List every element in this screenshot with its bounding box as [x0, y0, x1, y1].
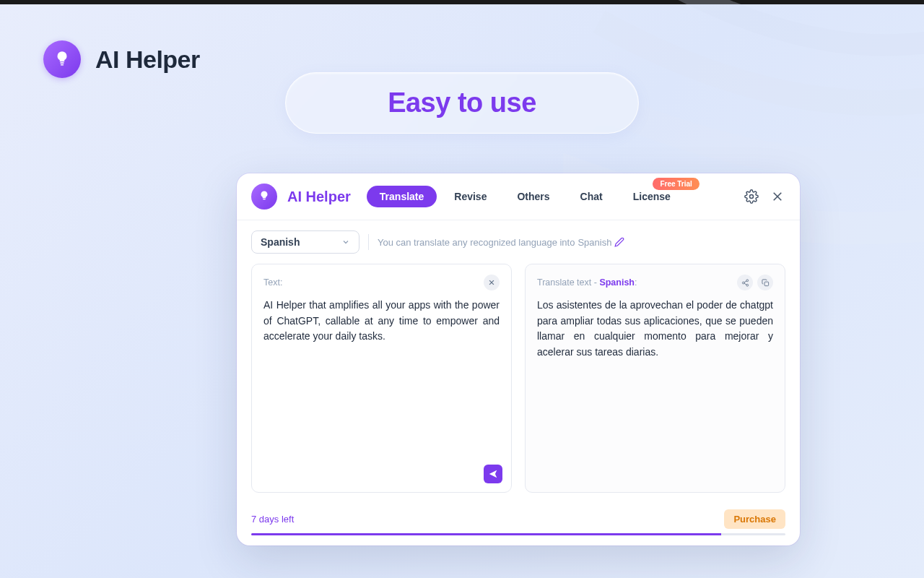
- settings-icon[interactable]: [744, 189, 759, 204]
- page-logo-icon: [43, 40, 81, 78]
- pencil-icon[interactable]: [614, 237, 624, 247]
- copy-button[interactable]: [757, 275, 773, 290]
- output-pane-label: Translate text - Spanish:: [537, 277, 637, 288]
- purchase-button[interactable]: Purchase: [724, 509, 785, 529]
- svg-rect-0: [60, 62, 64, 64]
- source-pane-label: Text:: [263, 277, 282, 288]
- trial-progress: [251, 533, 785, 535]
- app-title: AI Helper: [287, 189, 351, 205]
- tab-label: License: [633, 191, 671, 202]
- clear-input-button[interactable]: [484, 275, 500, 290]
- source-pane: Text: AI Helper that amplifies all your …: [251, 264, 512, 493]
- tagline-pill: Easy to use: [285, 72, 639, 134]
- footer: 7 days left Purchase: [237, 501, 800, 529]
- source-text[interactable]: AI Helper that amplifies all your apps w…: [263, 298, 500, 345]
- close-icon[interactable]: [770, 189, 785, 204]
- trial-progress-fill: [251, 533, 721, 535]
- tab-revise[interactable]: Revise: [441, 186, 500, 207]
- app-window: AI Helper Translate Revise Others Chat L…: [237, 173, 800, 545]
- language-select[interactable]: Spanish: [251, 230, 359, 254]
- tagline-text: Easy to use: [388, 87, 536, 118]
- svg-line-12: [744, 283, 746, 285]
- svg-point-3: [750, 195, 754, 199]
- toolbar-hint: You can translate any recognized languag…: [378, 237, 624, 248]
- tab-bar: Translate Revise Others Chat License Fre…: [367, 186, 684, 207]
- svg-rect-13: [764, 282, 769, 286]
- output-pane: Translate text - Spanish: Los asistentes…: [525, 264, 785, 493]
- app-header: AI Helper Translate Revise Others Chat L…: [237, 173, 800, 220]
- tab-translate[interactable]: Translate: [367, 186, 437, 207]
- svg-rect-2: [263, 199, 266, 199]
- output-text: Los asistentes de la aprovechan el poder…: [537, 298, 773, 361]
- share-button[interactable]: [737, 275, 753, 290]
- svg-point-10: [746, 284, 748, 286]
- tab-license[interactable]: License Free Trial: [620, 186, 684, 207]
- app-logo-icon: [251, 184, 277, 210]
- svg-line-11: [744, 280, 746, 282]
- trial-days-left: 7 days left: [251, 514, 294, 525]
- svg-point-9: [742, 282, 744, 284]
- chevron-down-icon: [341, 238, 350, 246]
- free-trial-badge: Free Trial: [653, 178, 699, 190]
- svg-rect-1: [61, 64, 64, 65]
- send-button[interactable]: [484, 465, 502, 483]
- toolbar: Spanish You can translate any recognized…: [237, 220, 800, 264]
- page-title: AI Helper: [95, 46, 200, 74]
- tab-chat[interactable]: Chat: [567, 186, 616, 207]
- language-selected: Spanish: [261, 236, 300, 248]
- tab-others[interactable]: Others: [504, 186, 562, 207]
- divider: [368, 234, 369, 250]
- page-logo-block: AI Helper: [43, 40, 200, 78]
- svg-point-8: [746, 279, 748, 281]
